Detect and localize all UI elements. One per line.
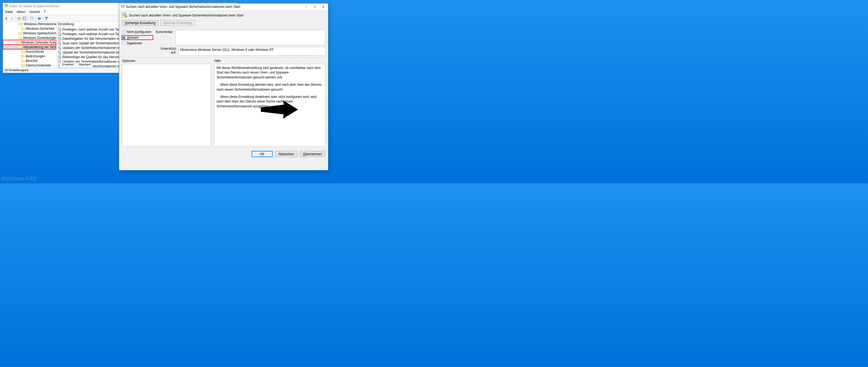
tree-item[interactable]: Bedrohungen [3,54,56,58]
help-panel: Mit dieser Richtlinieneinstellung wird g… [214,64,326,147]
watermark: Windows-FAQ [1,175,37,182]
setting-icon [58,37,61,40]
forward-icon[interactable] [9,16,14,21]
filter-icon[interactable] [44,16,49,21]
show-hide-tree-icon[interactable] [22,16,27,21]
radio-not-configured[interactable]: Nicht konfiguriert [122,30,153,34]
supported-label: Unterstützt auf: [156,47,176,54]
svg-point-31 [60,43,61,45]
svg-rect-18 [58,33,60,33]
tree-item-label: Clientschnittstelle [26,63,51,67]
folder-icon [21,55,25,58]
folder-icon [19,32,22,35]
expander-icon[interactable]: ⌄ [14,41,16,44]
tree-item[interactable]: Clientschnittstelle [3,63,56,67]
gpedit-title: Editor für lokale Gruppenrichtlinien [9,4,59,8]
svg-rect-1 [5,5,7,5]
minimize-icon[interactable]: ─ [302,4,310,10]
properties-icon[interactable] [29,16,34,21]
svg-rect-100 [126,16,126,17]
svg-rect-45 [58,57,59,57]
options-label: Optionen: [122,59,211,63]
maximize-icon[interactable]: ☐ [310,4,319,10]
supported-on-box: Mindestens Windows Server 2012, Windows … [178,47,326,55]
tree-item[interactable]: Berichte [3,58,56,63]
svg-point-26 [60,39,61,40]
tree-item[interactable]: Aktualisierung der Sicherheitsinformatio… [3,45,56,49]
tree-item[interactable]: Windows-Sicherheit [3,26,56,31]
comment-textarea[interactable] [175,30,326,45]
tree-item[interactable]: Ausschlüsse [3,49,56,54]
folder-icon [17,41,20,44]
svg-rect-50 [58,62,59,62]
svg-rect-9 [31,18,32,18]
svg-rect-97 [123,14,126,15]
svg-rect-23 [58,37,60,38]
svg-rect-96 [123,13,126,14]
tree-item[interactable]: ⌄Windows Defender Antivirus [3,40,56,45]
tree-scroll[interactable]: ›Windows-Remoteverwaltung (Windows Remot… [3,22,56,68]
svg-rect-94 [122,6,124,6]
help-icon[interactable]: ? [37,16,42,21]
svg-rect-14 [58,29,60,29]
radio-disabled[interactable]: Deaktiviert [122,41,153,45]
folder-icon [21,59,25,62]
setting-icon [58,41,61,45]
folder-icon [21,64,25,67]
tree-item[interactable]: Windows-Zuverlässigkeitsanalyse [3,35,56,40]
svg-rect-13 [58,28,60,29]
ok-button[interactable]: OK [252,151,273,157]
up-folder-icon[interactable] [17,16,22,21]
tree-pane: ›Windows-Remoteverwaltung (Windows Remot… [3,22,57,68]
svg-rect-30 [58,43,59,44]
svg-rect-49 [58,61,60,61]
tree-item-label: Windows-Spielaufzeichnung und -übertragu… [23,31,56,35]
svg-rect-7 [31,17,33,20]
setting-icon [58,32,61,36]
menu-file[interactable]: Datei [5,10,13,14]
help-label: Hilfe: [214,59,326,63]
tree-item-label: Ausschlüsse [26,50,44,54]
policy-setting-icon [122,12,127,19]
svg-rect-33 [58,47,60,47]
svg-text:?: ? [38,17,40,20]
apply-button[interactable]: Übernehmen [300,151,326,157]
svg-rect-93 [122,6,124,6]
tree-item-label: Windows Defender Antivirus [21,40,56,44]
prev-setting-button[interactable]: Vorherige Einstellung [122,20,158,26]
svg-rect-55 [58,66,59,66]
setting-icon [58,46,61,50]
dialog-title: Suchen nach aktuellen Viren- und Spyware… [126,5,240,9]
svg-rect-34 [58,47,60,48]
svg-rect-28 [58,42,60,43]
svg-point-36 [60,48,61,50]
folder-icon [19,36,22,39]
close-icon[interactable]: ✕ [319,4,328,10]
radio-enabled[interactable]: Aktiviert [122,35,153,40]
svg-rect-98 [123,15,125,16]
svg-point-21 [60,34,61,36]
svg-point-46 [60,57,61,59]
svg-rect-2 [5,5,7,6]
back-icon[interactable] [4,16,9,21]
help-text-p1: Mit dieser Richtlinieneinstellung wird g… [216,66,323,80]
menu-view[interactable]: Ansicht [29,10,40,14]
folder-icon [19,23,23,26]
setting-icon [58,51,61,54]
cancel-button[interactable]: Abbrechen [275,151,298,157]
folder-icon [21,50,25,53]
tree-item-label: Windows-Remoteverwaltung (Windows Remote… [24,22,56,26]
tree-item[interactable]: Windows-Spielaufzeichnung und -übertragu… [3,31,56,35]
dialog-titlebar[interactable]: Suchen nach aktuellen Viren- und Spyware… [119,3,328,10]
menu-help[interactable]: ? [44,10,46,14]
tree-item-label: Aktualisierung der Sicherheitsinformatio… [23,45,56,49]
tab-standard[interactable]: Standard [76,62,93,68]
svg-point-16 [60,29,61,31]
menu-action[interactable]: Aktion [17,10,25,14]
setting-icon [58,28,61,31]
svg-rect-8 [31,17,32,18]
tree-item[interactable]: ›Windows-Remoteverwaltung (Windows Remot… [3,22,56,26]
gpedit-app-icon [5,4,8,8]
expander-icon[interactable]: › [18,23,19,25]
tab-extended[interactable]: Erweitert [60,62,76,68]
